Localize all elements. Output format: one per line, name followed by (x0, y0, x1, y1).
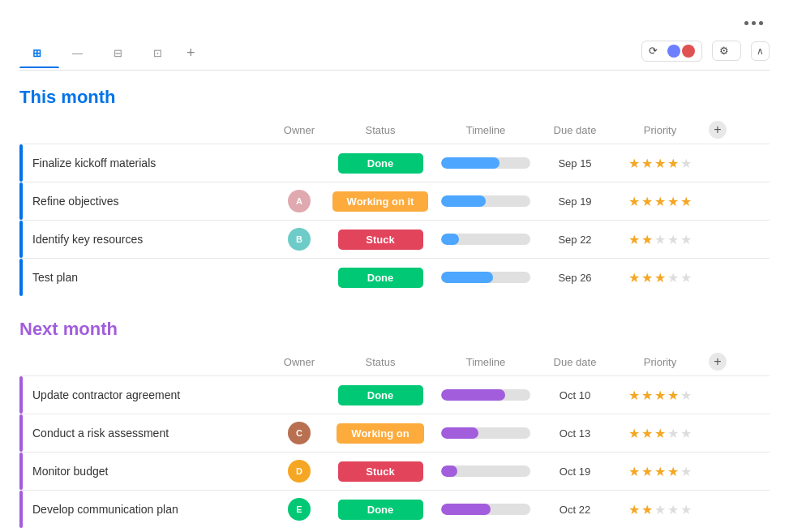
priority-cell: ★★★★★ (611, 194, 709, 209)
duedate-cell: Sep 22 (538, 234, 611, 246)
task-name: Update contractor agreement (32, 388, 180, 401)
status-badge[interactable]: Done (338, 153, 423, 174)
task-name: Monitor budget (32, 465, 108, 478)
star-4: ★ (667, 388, 679, 403)
avatar: B (288, 228, 311, 251)
task-name: Conduct a risk assessment (32, 427, 169, 440)
owner-cell: E (271, 498, 328, 521)
automate-button[interactable]: ⚙ (712, 41, 741, 61)
star-2: ★ (641, 194, 653, 209)
task-bar (19, 259, 23, 296)
priority-cell: ★★★★★ (611, 464, 709, 479)
status-cell[interactable]: Working on it (328, 191, 433, 212)
status-badge[interactable]: Working on (337, 423, 423, 444)
timeline-fill (441, 427, 478, 439)
status-badge[interactable]: Done (338, 268, 423, 288)
star-5: ★ (680, 156, 692, 171)
star-5: ★ (680, 426, 692, 441)
section-title: Next month (19, 319, 770, 340)
timeline-bar-wrap (441, 504, 530, 515)
col-header-add: + (709, 353, 738, 371)
star-3: ★ (654, 464, 666, 479)
star-5: ★ (680, 388, 692, 403)
tabs-right-actions: ⟳ ⚙ ∧ (641, 41, 770, 68)
col-header-priority: Priority (611, 356, 709, 368)
status-badge[interactable]: Done (338, 385, 423, 405)
timeline-fill (441, 234, 459, 245)
star-3: ★ (654, 232, 666, 247)
star-1: ★ (628, 464, 640, 479)
duedate-cell: Sep 15 (538, 157, 611, 169)
status-cell[interactable]: Done (328, 268, 433, 288)
timeline-fill (441, 272, 493, 283)
status-cell[interactable]: Done (328, 500, 433, 520)
task-bar (19, 376, 23, 414)
star-3: ★ (654, 156, 666, 171)
more-options-button[interactable] (738, 16, 770, 30)
chevron-up-icon: ∧ (757, 45, 764, 57)
avatar: A (288, 190, 311, 212)
col-header-duedate: Due date (538, 356, 611, 368)
status-cell[interactable]: Done (328, 385, 433, 405)
priority-cell: ★★★★★ (611, 502, 709, 517)
timeline-bar-wrap (441, 389, 530, 401)
tab-kanban[interactable]: ⊟ (101, 41, 140, 67)
tab-dashboard[interactable]: ⊡ (140, 41, 180, 67)
task-cell: Test plan (19, 259, 271, 296)
star-4: ★ (667, 270, 679, 285)
status-cell[interactable]: Stuck (328, 230, 433, 250)
status-cell[interactable]: Working on (328, 423, 433, 444)
tab-timeline[interactable]: — (59, 41, 101, 67)
task-name: Finalize kickoff materials (32, 157, 156, 169)
timeline-bar-wrap (441, 272, 530, 283)
table-row: Develop communication plan E Done Oct 22… (19, 490, 770, 528)
status-cell[interactable]: Done (328, 153, 433, 174)
star-1: ★ (628, 232, 640, 247)
status-badge[interactable]: Stuck (338, 461, 423, 482)
star-2: ★ (641, 232, 653, 247)
status-badge[interactable]: Working on it (332, 191, 429, 212)
task-cell: Monitor budget (19, 453, 271, 490)
star-2: ★ (641, 270, 653, 285)
timeline-icon: — (72, 47, 83, 59)
status-badge[interactable]: Stuck (338, 230, 423, 250)
timeline-cell (433, 234, 538, 245)
avatar: E (288, 498, 311, 521)
star-3: ★ (654, 502, 666, 517)
status-cell[interactable]: Stuck (328, 461, 433, 482)
col-header-status: Status (328, 124, 433, 136)
priority-cell: ★★★★★ (611, 426, 709, 441)
table-row: Update contractor agreement Done Oct 10 … (19, 375, 770, 414)
col-header-timeline: Timeline (433, 356, 538, 368)
table-row: Monitor budget D Stuck Oct 19 ★★★★★ (19, 452, 770, 490)
star-1: ★ (628, 194, 640, 209)
tabs-row: ⊞ — ⊟ ⊡ + ⟳ ⚙ (19, 38, 770, 71)
collapse-button[interactable]: ∧ (751, 41, 770, 61)
task-bar (19, 221, 23, 258)
duedate-cell: Sep 19 (538, 195, 611, 208)
integrate-button[interactable]: ⟳ (641, 41, 702, 62)
status-badge[interactable]: Done (338, 500, 423, 520)
sections-container: This month Owner Status Timeline Due dat… (19, 87, 770, 528)
add-column-button[interactable]: + (709, 353, 727, 371)
star-3: ★ (654, 270, 666, 285)
more-dot-3 (759, 21, 763, 25)
priority-cell: ★★★★★ (611, 232, 709, 247)
timeline-cell (433, 427, 538, 439)
star-4: ★ (667, 464, 679, 479)
add-column-button[interactable]: + (709, 121, 727, 139)
timeline-cell (433, 504, 538, 515)
timeline-bar-wrap (441, 466, 530, 477)
add-tab-button[interactable]: + (180, 38, 205, 70)
task-cell: Refine objectives (19, 182, 271, 220)
owner-cell: A (271, 190, 328, 212)
col-header-status: Status (328, 356, 433, 368)
priority-cell: ★★★★★ (611, 388, 709, 403)
section-this-month: This month Owner Status Timeline Due dat… (19, 87, 770, 296)
star-5: ★ (680, 194, 692, 209)
task-cell: Develop communication plan (19, 491, 271, 528)
star-4: ★ (667, 426, 679, 441)
tab-main-table[interactable]: ⊞ (19, 41, 59, 67)
timeline-fill (441, 466, 457, 477)
rows-container: Finalize kickoff materials Done Sep 15 ★… (19, 144, 770, 296)
